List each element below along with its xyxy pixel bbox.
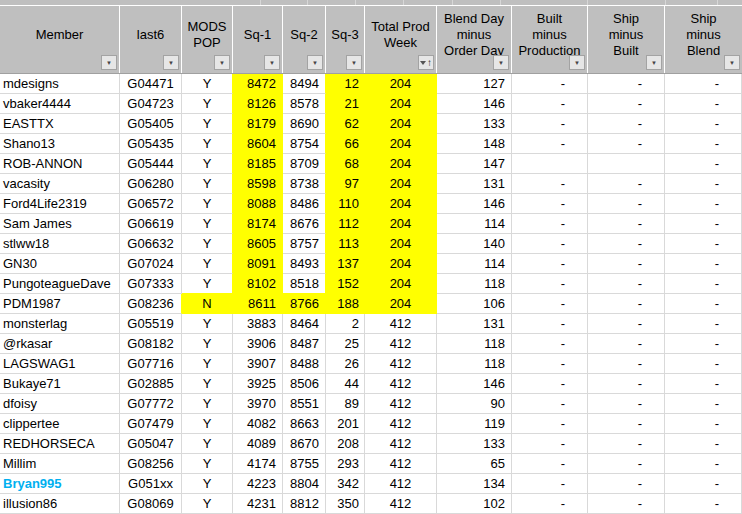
cell-last6[interactable]: G07716 [120,354,182,374]
cell-total[interactable]: 412 [365,454,437,474]
cell-member[interactable]: stlww18 [0,234,120,254]
cell-built[interactable]: - [512,194,588,214]
filter-button-last6[interactable]: ▼ [163,55,179,70]
cell-blend[interactable]: 65 [437,454,512,474]
cell-blend[interactable]: 146 [437,194,512,214]
cell-blend[interactable]: 102 [437,494,512,514]
cell-mods[interactable]: Y [182,174,233,194]
cell-sq2[interactable]: 8757 [283,234,326,254]
cell-mods[interactable]: Y [182,114,233,134]
cell-sq2[interactable]: 8518 [283,274,326,294]
cell-built[interactable]: - [512,314,588,334]
cell-sq1[interactable]: 3883 [233,314,283,334]
filter-button-shipb[interactable]: ▼ [646,55,662,70]
cell-sq1[interactable]: 8185 [233,154,283,174]
cell-shipbl[interactable]: - [665,154,742,174]
cell-mods[interactable]: N [182,294,233,314]
cell-sq1[interactable]: 8605 [233,234,283,254]
cell-sq2[interactable]: 8766 [283,294,326,314]
cell-shipbl[interactable]: - [665,134,742,154]
cell-sq3[interactable]: 342 [326,474,365,494]
cell-built[interactable]: - [512,374,588,394]
cell-total[interactable]: 412 [365,474,437,494]
cell-sq3[interactable]: 26 [326,354,365,374]
cell-last6[interactable]: G05047 [120,434,182,454]
cell-member[interactable]: GN30 [0,254,120,274]
cell-mods[interactable]: Y [182,194,233,214]
cell-blend[interactable]: 147 [437,154,512,174]
cell-shipb[interactable]: - [588,74,665,94]
column-header-sq2[interactable]: Sq-2▼ [283,6,326,73]
cell-member[interactable]: @rkasar [0,334,120,354]
cell-blend[interactable]: 119 [437,414,512,434]
cell-member[interactable]: dfoisy [0,394,120,414]
cell-sq3[interactable]: 113 [326,234,365,254]
cell-total[interactable]: 412 [365,494,437,514]
cell-sq1[interactable]: 3970 [233,394,283,414]
cell-total[interactable]: 204 [365,234,437,254]
column-header-last6[interactable]: last6▼ [120,6,182,73]
cell-sq2[interactable]: 8578 [283,94,326,114]
cell-last6[interactable]: G08182 [120,334,182,354]
cell-shipbl[interactable]: - [665,294,742,314]
cell-shipbl[interactable]: - [665,194,742,214]
cell-blend[interactable]: 114 [437,214,512,234]
cell-shipbl[interactable]: - [665,334,742,354]
cell-sq1[interactable]: 4082 [233,414,283,434]
cell-shipb[interactable] [588,154,665,174]
filter-button-sq2[interactable]: ▼ [307,55,323,70]
cell-built[interactable]: - [512,94,588,114]
cell-sq1[interactable]: 3925 [233,374,283,394]
cell-shipbl[interactable]: - [665,114,742,134]
column-header-sq3[interactable]: Sq-3▼ [326,6,365,73]
cell-total[interactable]: 204 [365,154,437,174]
cell-shipb[interactable]: - [588,294,665,314]
cell-sq3[interactable]: 12 [326,74,365,94]
cell-built[interactable]: - [512,494,588,514]
cell-shipb[interactable]: - [588,394,665,414]
cell-shipb[interactable]: - [588,234,665,254]
cell-sq3[interactable]: 89 [326,394,365,414]
cell-built[interactable]: - [512,234,588,254]
cell-built[interactable]: - [512,274,588,294]
cell-last6[interactable]: G06280 [120,174,182,194]
cell-sq3[interactable]: 44 [326,374,365,394]
cell-built[interactable]: - [512,294,588,314]
cell-blend[interactable]: 131 [437,174,512,194]
filter-button-sq3[interactable]: ▼ [346,55,362,70]
sort-filter-button-total[interactable]: ↑ [418,55,434,70]
cell-last6[interactable]: G05444 [120,154,182,174]
cell-shipbl[interactable]: - [665,414,742,434]
cell-total[interactable]: 204 [365,194,437,214]
cell-last6[interactable]: G08236 [120,294,182,314]
cell-mods[interactable]: Y [182,314,233,334]
cell-total[interactable]: 412 [365,334,437,354]
cell-shipb[interactable]: - [588,354,665,374]
cell-built[interactable]: - [512,434,588,454]
cell-shipbl[interactable]: - [665,354,742,374]
cell-member[interactable]: Sam James [0,214,120,234]
cell-shipbl[interactable]: - [665,254,742,274]
cell-sq3[interactable]: 208 [326,434,365,454]
cell-mods[interactable]: Y [182,414,233,434]
filter-button-blend[interactable]: ▼ [493,55,509,70]
cell-blend[interactable]: 118 [437,334,512,354]
cell-last6[interactable]: G02885 [120,374,182,394]
cell-total[interactable]: 412 [365,414,437,434]
cell-last6[interactable]: G08069 [120,494,182,514]
cell-mods[interactable]: Y [182,254,233,274]
cell-last6[interactable]: G05435 [120,134,182,154]
column-header-member[interactable]: Member▼ [0,6,120,73]
cell-sq2[interactable]: 8663 [283,414,326,434]
cell-blend[interactable]: 127 [437,74,512,94]
cell-mods[interactable]: Y [182,94,233,114]
cell-total[interactable]: 412 [365,314,437,334]
cell-total[interactable]: 412 [365,434,437,454]
cell-mods[interactable]: Y [182,134,233,154]
cell-built[interactable]: - [512,254,588,274]
cell-shipbl[interactable]: - [665,274,742,294]
cell-shipb[interactable]: - [588,174,665,194]
cell-shipb[interactable]: - [588,494,665,514]
cell-sq1[interactable]: 4089 [233,434,283,454]
cell-sq1[interactable]: 8604 [233,134,283,154]
